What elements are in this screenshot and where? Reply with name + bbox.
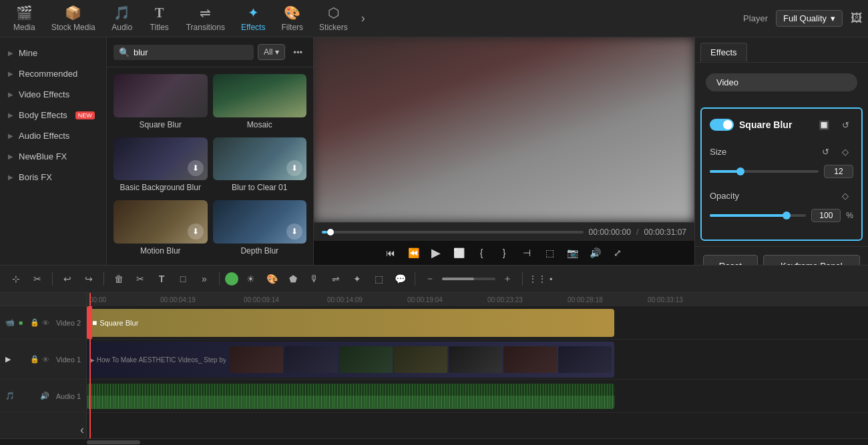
- effect-item-depth-blur[interactable]: ⬇ Depth Blur: [213, 200, 307, 258]
- effect-clip-square-blur[interactable]: ■ Square Blur: [87, 309, 614, 337]
- zoom-slider[interactable]: [442, 278, 495, 280]
- audio-button[interactable]: 🔊: [586, 244, 604, 262]
- crop-button[interactable]: □: [174, 270, 192, 288]
- effect-item-basic-bg-blur[interactable]: ⬇ Basic Background Blur: [114, 137, 208, 195]
- go-to-start-button[interactable]: ⏮: [381, 244, 400, 262]
- zoom-out-button[interactable]: －: [421, 270, 439, 288]
- size-slider-track[interactable]: [710, 170, 819, 173]
- opacity-value-input[interactable]: [811, 209, 841, 222]
- trim-tool-button[interactable]: ✂: [28, 270, 47, 288]
- download-icon[interactable]: ⬇: [188, 224, 204, 240]
- stop-button[interactable]: ⬜: [449, 244, 468, 262]
- mark-in-button[interactable]: {: [472, 244, 491, 262]
- zoom-in-button[interactable]: ＋: [498, 270, 517, 288]
- nav-item-effects[interactable]: ✦ Effects: [233, 2, 273, 35]
- download-icon[interactable]: ⬇: [188, 160, 204, 176]
- more-options-button[interactable]: •: [550, 274, 553, 284]
- sidebar-item-mine[interactable]: ▶ Mine: [0, 43, 106, 63]
- subtitle-button[interactable]: 💬: [391, 270, 409, 288]
- scrollbar-thumb[interactable]: [87, 440, 140, 444]
- ruler-mark-7: 00:00:33:13: [648, 296, 683, 304]
- effect-item-motion-blur[interactable]: ⬇ Motion Blur: [114, 200, 208, 258]
- mark-out-button[interactable]: }: [495, 244, 513, 262]
- size-value-input[interactable]: [824, 165, 853, 178]
- nav-item-titles[interactable]: T Titles: [141, 3, 178, 35]
- cut-button[interactable]: ✂: [131, 270, 150, 288]
- fullscreen-button[interactable]: ⤢: [608, 244, 627, 262]
- keyframe-opacity-icon[interactable]: ◇: [837, 187, 853, 203]
- video-clip-main[interactable]: ▶ How To Make AESTHETIC Videos_ Step by …: [87, 342, 614, 378]
- filter-dropdown[interactable]: All ▾: [258, 44, 285, 60]
- play-button[interactable]: ▶: [427, 244, 445, 262]
- playhead[interactable]: [89, 293, 91, 306]
- nav-label-titles: Titles: [150, 23, 169, 32]
- more-options-button[interactable]: •••: [289, 46, 306, 59]
- effect-item-blur-to-clear[interactable]: ⬇ Blur to Clear 01: [213, 137, 307, 195]
- mic-button[interactable]: 🎙: [305, 270, 324, 288]
- redo-button[interactable]: ↪: [79, 270, 98, 288]
- track2-eye-icon[interactable]: 👁: [42, 319, 49, 327]
- speed-button[interactable]: »: [195, 270, 214, 288]
- tab-video[interactable]: Video: [706, 73, 857, 91]
- sidebar-item-boris-fx[interactable]: ▶ Boris FX: [0, 167, 106, 187]
- left-sidebar: ▶ Mine ▶ Recommended ▶ Video Effects ▶ B…: [0, 37, 107, 265]
- nav-item-stickers[interactable]: ⬡ Stickers: [311, 2, 356, 35]
- effect-item-mosaic[interactable]: Mosaic: [213, 74, 307, 132]
- sidebar-item-newblue-fx[interactable]: ▶ NewBlue FX: [0, 146, 106, 167]
- text-button[interactable]: T: [152, 270, 171, 288]
- size-slider-thumb[interactable]: [736, 167, 744, 175]
- search-input[interactable]: [134, 47, 248, 57]
- track1-lock-icon[interactable]: 🔒: [30, 355, 39, 364]
- pip-button[interactable]: ⬚: [369, 270, 388, 288]
- step-back-button[interactable]: ⏪: [404, 244, 423, 262]
- progress-bar[interactable]: [322, 231, 584, 234]
- audio-clip-main[interactable]: [87, 384, 614, 409]
- customize-icon[interactable]: 🔲: [816, 117, 832, 133]
- color-button[interactable]: 🎨: [262, 270, 281, 288]
- nav-item-media[interactable]: 🎬 Media: [5, 2, 43, 35]
- sidebar-item-audio-effects[interactable]: ▶ Audio Effects: [0, 125, 106, 146]
- mask-button[interactable]: ⬟: [284, 270, 302, 288]
- keyframe-size-icon[interactable]: ◇: [837, 143, 853, 159]
- nav-item-stock-media[interactable]: 📦 Stock Media: [43, 2, 103, 35]
- record-button[interactable]: [225, 272, 238, 286]
- ai-button[interactable]: ✦: [348, 270, 367, 288]
- sidebar-item-video-effects[interactable]: ▶ Video Effects: [0, 84, 106, 105]
- undo-button[interactable]: ↩: [58, 270, 77, 288]
- track2-lock-icon[interactable]: 🔒: [30, 318, 39, 327]
- track1-eye-icon[interactable]: 👁: [42, 356, 49, 364]
- nav-more-button[interactable]: ›: [356, 6, 371, 31]
- nav-item-audio[interactable]: 🎵 Audio: [103, 2, 141, 35]
- tab-effects[interactable]: Effects: [700, 43, 747, 62]
- search-box: 🔍: [114, 45, 254, 60]
- opacity-slider-thumb[interactable]: [783, 211, 791, 219]
- reset-size-icon[interactable]: ↺: [817, 143, 833, 159]
- snap-button[interactable]: ☀: [241, 270, 260, 288]
- effect-toggle[interactable]: [710, 119, 734, 131]
- percent-label: %: [846, 211, 853, 220]
- snapshot-button[interactable]: 📷: [563, 244, 582, 262]
- progress-thumb[interactable]: [327, 229, 334, 236]
- sidebar-item-body-effects[interactable]: ▶ Body Effects NEW: [0, 105, 106, 125]
- render-button[interactable]: ⬚: [540, 244, 559, 262]
- nav-item-transitions[interactable]: ⇌ Transitions: [178, 2, 233, 35]
- effect-name-mosaic: Mosaic: [213, 117, 307, 132]
- select-tool-button[interactable]: ⊹: [7, 270, 25, 288]
- sidebar-item-recommended[interactable]: ▶ Recommended: [0, 63, 106, 84]
- grid-view-button[interactable]: ⋮⋮: [528, 270, 547, 288]
- delete-button[interactable]: 🗑: [110, 270, 128, 288]
- download-icon[interactable]: ⬇: [286, 160, 302, 176]
- split-button[interactable]: ⊣: [517, 244, 536, 262]
- timeline-scrollbar[interactable]: [0, 438, 868, 445]
- quality-select[interactable]: Full Quality ▾: [776, 10, 843, 27]
- transition-quick-button[interactable]: ⇌: [327, 270, 345, 288]
- reset-button[interactable]: Reset: [703, 255, 758, 265]
- gallery-icon[interactable]: 🖼: [851, 11, 863, 25]
- nav-item-filters[interactable]: 🎨 Filters: [273, 2, 311, 35]
- reset-effect-icon[interactable]: ↺: [837, 117, 853, 133]
- opacity-slider-track[interactable]: [710, 214, 806, 217]
- effect-item-square-blur[interactable]: Square Blur: [114, 74, 208, 132]
- track-audio-vol-icon[interactable]: 🔊: [40, 392, 49, 400]
- keyframe-panel-button[interactable]: Keyframe Panel: [763, 255, 860, 265]
- download-icon[interactable]: ⬇: [286, 224, 302, 240]
